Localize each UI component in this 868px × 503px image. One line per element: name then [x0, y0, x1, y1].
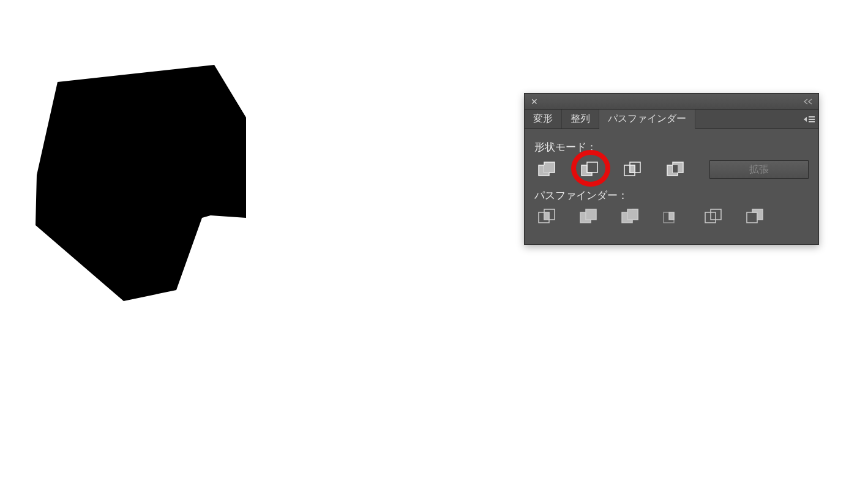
canvas-black-shape[interactable] [32, 64, 252, 311]
svg-rect-17 [669, 212, 674, 220]
svg-rect-15 [627, 209, 638, 220]
svg-rect-20 [747, 212, 757, 223]
pathfinders-label: パスファインダー： [534, 188, 809, 203]
svg-rect-10 [673, 165, 678, 173]
svg-rect-7 [630, 165, 635, 173]
close-icon[interactable]: ✕ [529, 97, 539, 106]
tab-pathfinder[interactable]: パスファインダー [599, 110, 695, 129]
panel-titlebar[interactable]: ✕ [525, 94, 818, 110]
shape-mode-minus-front-button[interactable] [581, 162, 598, 177]
tab-align[interactable]: 整列 [562, 110, 599, 129]
collapse-arrows-icon[interactable] [803, 99, 814, 105]
panel-body: 形状モード： [525, 129, 818, 244]
pathfinder-divide-button[interactable] [538, 209, 555, 225]
tab-transform[interactable]: 変形 [525, 110, 562, 129]
pathfinder-crop-button[interactable] [663, 209, 680, 225]
pathfinder-trim-button[interactable] [580, 209, 597, 225]
panel-flyout-menu-button[interactable] [804, 116, 815, 122]
svg-rect-4 [587, 162, 597, 173]
pathfinder-panel: ✕ 変形 整列 パスファインダー 形状モード： [524, 93, 819, 245]
shape-mode-exclude-button[interactable] [667, 162, 684, 177]
pathfinder-outline-button[interactable] [705, 209, 722, 225]
pathfinder-merge-button[interactable] [621, 209, 638, 225]
expand-button[interactable]: 拡張 [709, 160, 809, 179]
panel-tabs: 変形 整列 パスファインダー [525, 110, 818, 129]
svg-rect-3 [544, 165, 549, 173]
pathfinder-minus-back-button[interactable] [746, 209, 763, 225]
svg-rect-13 [544, 212, 549, 220]
shape-modes-row: 拡張 [534, 160, 809, 179]
shape-mode-unite-button[interactable] [538, 162, 555, 177]
shape-modes-label: 形状モード： [534, 140, 809, 154]
pathfinders-row [534, 209, 809, 225]
svg-rect-14 [586, 209, 596, 220]
svg-marker-0 [36, 65, 246, 301]
shape-mode-intersect-button[interactable] [624, 162, 641, 177]
